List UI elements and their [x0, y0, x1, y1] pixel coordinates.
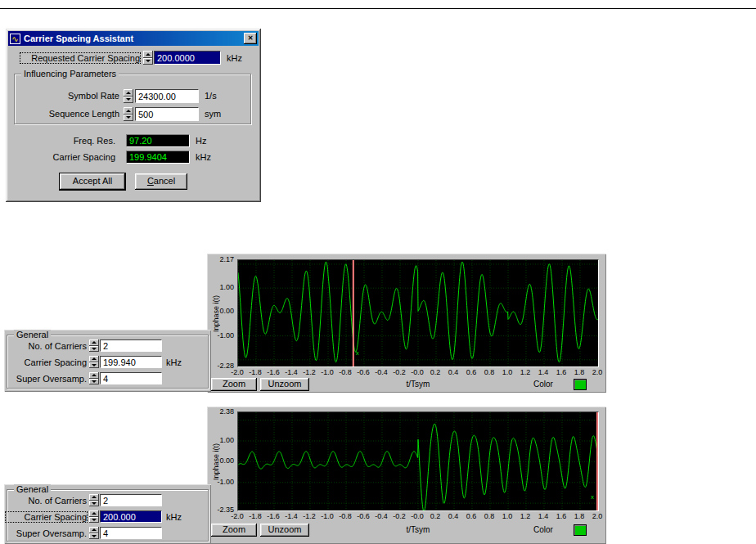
spinner[interactable] [89, 339, 99, 352]
spin-up-button[interactable] [89, 527, 99, 533]
spin-down-button[interactable] [124, 115, 133, 122]
carrier-spacing-label: Carrier Spacing [6, 512, 87, 522]
cursor-marker-label: x [356, 349, 359, 357]
x-tick-label: -0.2 [393, 368, 406, 376]
x-tick-label: -1.6 [267, 368, 280, 376]
spin-up-button[interactable] [89, 356, 99, 362]
y-tick-label: 2.17 [219, 255, 234, 263]
spinner[interactable] [124, 89, 133, 103]
spin-down-button[interactable] [89, 362, 99, 369]
y-tick-label: 1.00 [219, 283, 234, 291]
general-panel-1: General No. of Carriers Carrier Spacing … [4, 330, 211, 392]
y-tick-label: 2.38 [219, 407, 234, 416]
color-swatch[interactable] [574, 379, 587, 390]
plot-area[interactable]: x [237, 411, 599, 511]
spin-up-button[interactable] [124, 89, 133, 97]
down-arrow-icon [92, 535, 97, 537]
super-oversamp-input[interactable] [100, 372, 162, 384]
dialog-titlebar[interactable]: ∿ Carrier Spacing Assistant ✕ [8, 31, 259, 46]
x-tick-label: 1.8 [574, 512, 585, 520]
x-tick-label: -1.0 [321, 512, 334, 520]
close-icon[interactable]: ✕ [244, 33, 257, 44]
freq-res-display: 97.20 [126, 134, 190, 147]
x-tick-label: 1.2 [520, 512, 531, 520]
spin-up-button[interactable] [89, 494, 99, 501]
carrier-spacing-input[interactable] [100, 356, 162, 368]
sequence-length-unit: sym [205, 109, 221, 119]
spin-down-button[interactable] [89, 346, 99, 353]
x-tick-label: 2.0 [592, 512, 603, 520]
spin-up-button[interactable] [124, 107, 133, 115]
header-rule [0, 8, 756, 9]
accept-all-button[interactable]: Accept All [60, 173, 125, 190]
groupbox-title: General [14, 330, 51, 339]
down-arrow-icon [146, 60, 151, 62]
chart-panel-1: Inphase i(t) 2.171.000.00-1.00-2.28 x -2… [207, 254, 606, 393]
x-tick-label: -1.6 [267, 512, 280, 520]
spin-up-button[interactable] [89, 510, 99, 517]
carrier-spacing-unit: kHz [166, 357, 182, 367]
spin-down-button[interactable] [124, 97, 133, 104]
down-arrow-icon [126, 116, 131, 119]
no-of-carriers-label: No. of Carriers [6, 496, 87, 506]
color-swatch[interactable] [574, 524, 587, 536]
spinner[interactable] [89, 372, 99, 384]
sequence-length-input[interactable] [135, 107, 199, 121]
waveform-trace [238, 424, 598, 510]
y-tick-label: -1.00 [217, 478, 234, 486]
spinner[interactable] [89, 527, 99, 539]
waveform-svg: x [238, 260, 598, 366]
freq-res-label: Freq. Res. [32, 136, 115, 146]
up-arrow-icon [92, 374, 97, 376]
spinner[interactable] [124, 107, 133, 121]
carrier-spacing-label: Carrier Spacing [6, 357, 87, 367]
super-oversamp-input[interactable] [100, 527, 162, 539]
spin-down-button[interactable] [89, 379, 99, 385]
x-tick-label: 1.6 [556, 512, 567, 520]
symbol-rate-input[interactable] [135, 89, 199, 103]
spin-up-button[interactable] [89, 339, 99, 346]
x-tick-label: 0.8 [484, 512, 495, 520]
x-tick-label: 0.2 [430, 512, 441, 520]
color-label: Color [533, 525, 553, 534]
color-label: Color [533, 380, 553, 389]
carrier-spacing-assistant-dialog: ∿ Carrier Spacing Assistant ✕ Requested … [6, 29, 261, 202]
x-tick-label: -1.2 [303, 368, 316, 376]
x-tick-label: 1.0 [502, 368, 513, 376]
down-arrow-icon [92, 502, 97, 505]
general-panel-2: General No. of Carriers Carrier Spacing … [4, 484, 211, 544]
document-page: ∿ Carrier Spacing Assistant ✕ Requested … [0, 0, 756, 544]
carrier-spacing-input[interactable] [100, 510, 162, 523]
spin-down-button[interactable] [89, 517, 99, 524]
spin-up-button[interactable] [143, 51, 153, 58]
x-tick-label: -1.4 [285, 368, 298, 376]
carrier-spacing-result-label: Carrier Spacing [32, 152, 115, 162]
spin-down-button[interactable] [89, 501, 99, 507]
up-arrow-icon [92, 496, 97, 498]
no-of-carriers-input[interactable] [100, 494, 162, 506]
spin-down-button[interactable] [89, 533, 99, 540]
spinner[interactable] [89, 356, 99, 368]
spin-up-button[interactable] [89, 372, 99, 379]
spinner[interactable] [89, 494, 99, 506]
spinner[interactable] [89, 510, 99, 523]
plot-area[interactable]: x [237, 259, 599, 367]
x-tick-label: 1.4 [538, 512, 549, 520]
spin-down-button[interactable] [143, 58, 153, 65]
x-tick-label: -1.8 [249, 368, 262, 376]
down-arrow-icon [92, 364, 97, 366]
carrier-spacing-result-unit: kHz [196, 152, 211, 162]
up-arrow-icon [126, 110, 131, 112]
no-of-carriers-input[interactable] [100, 339, 162, 352]
x-tick-label: 2.0 [592, 368, 603, 376]
chart-toolbar: Zoom Unzoom t/Tsym Color [207, 378, 606, 392]
x-tick-label: -0.8 [339, 368, 352, 376]
x-tick-label: 0.4 [448, 512, 459, 520]
waveform-svg: x [238, 412, 598, 510]
requested-carrier-spacing-input[interactable] [154, 51, 221, 65]
y-tick-label: 0.00 [219, 456, 234, 465]
spinner[interactable] [143, 51, 153, 65]
requested-carrier-spacing-label: Requested Carrier Spacing [20, 53, 140, 63]
cancel-button[interactable]: Cancel [135, 173, 187, 190]
x-tick-label: -2.0 [231, 368, 244, 376]
